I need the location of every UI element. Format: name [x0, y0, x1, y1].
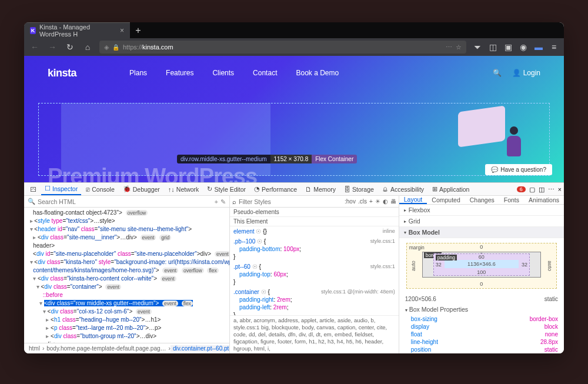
nav-link[interactable]: Book a Demo [296, 69, 339, 77]
eyedropper-icon[interactable]: ✎ [220, 198, 226, 205]
reload-button[interactable]: ↻ [64, 42, 76, 52]
responsive-icon[interactable]: ▢ [529, 186, 535, 193]
site-header: kinsta Plans Features Clients Contact Bo… [24, 56, 564, 90]
extensions-icon[interactable]: ▣ [503, 42, 513, 52]
tab-fonts[interactable]: Fonts [499, 196, 524, 204]
nav-link[interactable]: Clients [212, 69, 234, 77]
nav-link[interactable]: Plans [129, 69, 147, 77]
new-tab-button[interactable]: + [130, 22, 146, 38]
tab-debugger[interactable]: 🐞Debugger [119, 183, 163, 195]
filter-icon: ⌕ [232, 198, 236, 205]
library-icon[interactable]: ⏷ [472, 42, 483, 52]
question-badge[interactable]: 💬 Have a question? [485, 164, 552, 175]
inherited-selectors: a, abbr, acronym, address, applet, artic… [230, 315, 399, 353]
dock-icon[interactable]: ◫ [539, 186, 544, 193]
this-element-header: This Element [230, 217, 399, 226]
error-count[interactable]: 6 [517, 186, 526, 192]
tab-changes[interactable]: Changes [465, 196, 499, 204]
html-tree[interactable]: has-floating-contact object-4723"> overf… [24, 208, 229, 343]
pick-element-icon[interactable]: ⮹ [26, 183, 40, 195]
account-icon[interactable]: ◉ [518, 42, 529, 52]
search-icon: 🔍 [28, 198, 35, 205]
search-input[interactable] [38, 198, 212, 205]
add-rule-icon[interactable]: + [369, 198, 373, 205]
contrast-icon[interactable]: ◐ [383, 198, 388, 205]
close-tab-icon[interactable]: × [120, 26, 124, 35]
hov-toggle[interactable]: :hov [345, 198, 356, 205]
more-icon[interactable]: ⋯ [548, 186, 554, 193]
url-bar[interactable]: ◈ 🔒 https://kinsta.com ⋯ ☆ [99, 41, 466, 54]
layout-tabs: Layout Computed Changes Fonts Animations [399, 196, 564, 205]
tab-layout[interactable]: Layout [399, 196, 427, 204]
styles-panel: ⌕ :hov .cls + ☀ ◐ 🖶 Pseudo-elements This… [230, 196, 399, 353]
toolbox-icon[interactable]: ▬ [533, 42, 544, 52]
tab-network[interactable]: ↑↓Network [165, 183, 203, 195]
tab-performance[interactable]: ◔Performance [250, 183, 300, 195]
tab-inspector[interactable]: ☐Inspector [41, 183, 81, 195]
tab-bar: K Kinsta - Managed WordPress H × + [24, 22, 564, 38]
tab-accessibility[interactable]: 🕭Accessibility [379, 183, 427, 195]
sidebar-icon[interactable]: ◫ [487, 42, 498, 52]
box-model-diagram: margin 0 0 auto auto border 0 padding 60… [399, 238, 564, 293]
print-icon[interactable]: 🖶 [390, 198, 396, 205]
back-button[interactable]: ← [29, 42, 41, 52]
filter-styles-input[interactable] [239, 198, 342, 205]
tab-animations[interactable]: Animations [524, 196, 564, 204]
login-link[interactable]: 👤 Login [512, 69, 540, 77]
favicon-icon: K [30, 27, 36, 34]
forward-button[interactable]: → [46, 42, 58, 52]
chat-icon: 💬 [491, 166, 498, 173]
tab-style-editor[interactable]: ↻Style Editor [203, 183, 249, 195]
browser-tab[interactable]: K Kinsta - Managed WordPress H × [24, 22, 130, 38]
devtools: ⮹ ☐Inspector ⎚Console 🐞Debugger ↑↓Networ… [24, 182, 564, 353]
search-icon[interactable]: 🔍 [493, 69, 502, 77]
css-rules[interactable]: element ☉ {inline}.pb--100 ☉ {style.css:… [230, 226, 399, 315]
box-model-properties: 1200×506.6 static ▾ Box Model Properties… [399, 293, 564, 353]
flexbox-section[interactable]: ▸Flexbox [399, 205, 564, 216]
html-panel: 🔍 + ✎ has-floating-contact object-4723">… [24, 196, 230, 353]
html-search[interactable]: 🔍 + ✎ [24, 196, 229, 208]
hero-heading: Premium WordPress [48, 164, 257, 182]
browser-window: K Kinsta - Managed WordPress H × + ← → ↻… [24, 22, 564, 353]
tab-console[interactable]: ⎚Console [82, 183, 118, 195]
pseudo-elements-header[interactable]: Pseudo-elements [230, 208, 399, 217]
close-devtools-icon[interactable]: × [558, 186, 562, 193]
home-button[interactable]: ⌂ [82, 42, 93, 52]
site-logo[interactable]: kinsta [48, 67, 76, 79]
lock-icon: 🔒 [112, 44, 119, 51]
inspector-ruler-badge: div.row.middle-xs.gutter--medium 1152 × … [177, 155, 357, 163]
nav-menu: Plans Features Clients Contact Book a De… [129, 69, 339, 77]
shield-icon: ◈ [104, 44, 109, 51]
box-model-section[interactable]: ▾Box Model [399, 227, 564, 238]
page-content: kinsta Plans Features Clients Contact Bo… [24, 56, 564, 182]
tab-storage[interactable]: 🗄Storage [340, 183, 377, 195]
menu-icon[interactable]: ≡ [549, 42, 559, 52]
tab-title: Kinsta - Managed WordPress H [39, 24, 114, 38]
nav-link[interactable]: Features [166, 69, 193, 77]
tab-memory[interactable]: 🗋Memory [302, 183, 339, 195]
tab-computed[interactable]: Computed [427, 196, 465, 204]
tab-application[interactable]: ⊞Application [429, 183, 473, 195]
layout-panel: Layout Computed Changes Fonts Animations… [399, 196, 564, 353]
url-text: kinsta.com [142, 44, 173, 51]
grid-section[interactable]: ▸Grid [399, 216, 564, 227]
add-icon[interactable]: + [215, 198, 218, 205]
browser-toolbar: ← → ↻ ⌂ ◈ 🔒 https://kinsta.com ⋯ ☆ ⏷ ◫ ▣… [24, 38, 564, 56]
breadcrumb[interactable]: html› body.home.page-template-default.pa… [24, 343, 229, 353]
cls-toggle[interactable]: .cls [358, 198, 367, 205]
nav-link[interactable]: Contact [253, 69, 277, 77]
light-icon[interactable]: ☀ [375, 198, 380, 205]
devtools-tabs: ⮹ ☐Inspector ⎚Console 🐞Debugger ↑↓Networ… [24, 183, 564, 196]
